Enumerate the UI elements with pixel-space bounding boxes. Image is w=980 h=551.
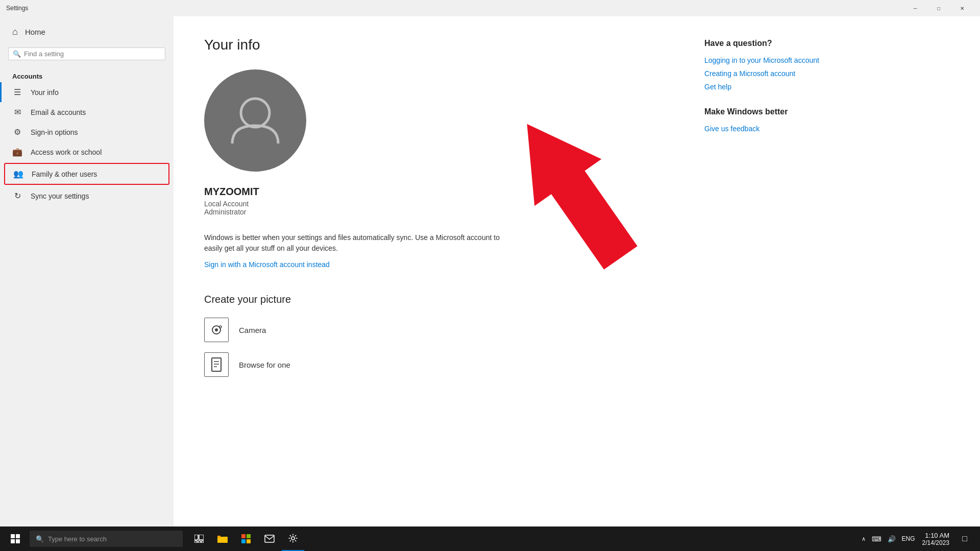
titlebar-title: Settings <box>6 5 28 12</box>
content-area: Your info MYZOOMIT Local Account Adminis… <box>174 16 980 526</box>
help-title: Have a question? <box>704 39 847 48</box>
taskbar-search-icon: 🔍 <box>36 535 44 543</box>
camera-label: Camera <box>239 326 266 334</box>
feedback-link[interactable]: Give us feedback <box>704 125 847 133</box>
sidebar-item-your-info[interactable]: ☰ Your info <box>0 82 174 102</box>
section-title: Accounts <box>0 68 174 82</box>
avatar <box>204 69 306 172</box>
sync-icon: ↻ <box>12 191 22 201</box>
taskview-button[interactable] <box>188 526 210 551</box>
user-account-role: Administrator <box>204 208 664 216</box>
svg-rect-15 <box>194 541 197 543</box>
camera-option[interactable]: Camera <box>204 318 664 342</box>
store-button[interactable] <box>235 526 257 551</box>
browse-option[interactable]: Browse for one <box>204 352 664 377</box>
sidebar-item-access-work[interactable]: 💼 Access work or school <box>0 142 174 162</box>
search-input[interactable] <box>24 50 161 58</box>
svg-rect-9 <box>11 534 15 538</box>
sidebar-item-email-accounts[interactable]: ✉ Email & accounts <box>0 102 174 122</box>
sidebar-item-sync-settings[interactable]: ↻ Sync your settings <box>0 186 174 206</box>
your-info-label: Your info <box>31 88 59 97</box>
svg-rect-17 <box>202 541 204 543</box>
content-main: Your info MYZOOMIT Local Account Adminis… <box>204 37 664 506</box>
help-link-1[interactable]: Creating a Microsoft account <box>704 69 847 78</box>
svg-rect-25 <box>265 535 274 542</box>
svg-rect-23 <box>241 539 246 543</box>
mail-button[interactable] <box>258 526 281 551</box>
keyboard-icon[interactable]: ⌨ <box>869 526 885 551</box>
date-display: 2/14/2023 <box>922 539 949 546</box>
notification-button[interactable]: □ <box>953 526 976 551</box>
sidebar-item-family-users[interactable]: 👥 Family & other users <box>4 163 169 185</box>
home-label: Home <box>25 28 45 36</box>
user-avatar-section <box>204 69 664 172</box>
svg-rect-11 <box>11 539 15 543</box>
camera-icon-box <box>204 318 229 342</box>
access-work-label: Access work or school <box>31 148 102 156</box>
home-icon: ⌂ <box>12 27 18 37</box>
volume-icon[interactable]: 🔊 <box>885 526 899 551</box>
search-icon: 🔍 <box>13 50 21 58</box>
svg-rect-22 <box>247 534 251 538</box>
sidebar-item-sign-in-options[interactable]: ⚙ Sign-in options <box>0 122 174 142</box>
help-link-2[interactable]: Get help <box>704 83 847 91</box>
page-title: Your info <box>204 37 664 53</box>
sync-settings-label: Sync your settings <box>31 192 89 200</box>
content-sidebar: Have a question? Logging in to your Micr… <box>704 37 847 506</box>
email-icon: ✉ <box>12 107 22 117</box>
user-account-type: Local Account <box>204 200 664 208</box>
access-work-icon: 💼 <box>12 147 22 157</box>
svg-rect-24 <box>247 539 251 543</box>
feedback-title: Make Windows better <box>704 107 847 116</box>
taskbar: 🔍 Type here to search <box>0 526 980 551</box>
svg-rect-12 <box>16 539 20 543</box>
sign-in-link[interactable]: Sign in with a Microsoft account instead <box>204 260 330 269</box>
sign-in-label: Sign-in options <box>31 128 78 136</box>
minimize-button[interactable]: ─ <box>903 0 927 16</box>
help-link-0[interactable]: Logging in to your Microsoft account <box>704 56 847 64</box>
taskbar-search[interactable]: 🔍 Type here to search <box>30 531 183 547</box>
taskbar-search-placeholder: Type here to search <box>48 535 107 543</box>
svg-point-1 <box>241 99 270 127</box>
start-button[interactable] <box>4 526 27 551</box>
svg-rect-14 <box>199 535 204 540</box>
user-name: MYZOOMIT <box>204 186 664 198</box>
family-users-icon: 👥 <box>13 169 23 179</box>
your-info-icon: ☰ <box>12 87 22 97</box>
titlebar: Settings ─ □ ✕ <box>0 0 980 16</box>
settings-button[interactable] <box>282 526 304 551</box>
create-picture-title: Create your picture <box>204 294 664 305</box>
svg-rect-13 <box>194 535 198 540</box>
email-accounts-label: Email & accounts <box>31 108 86 116</box>
svg-point-3 <box>215 328 218 331</box>
info-text: Windows is better when your settings and… <box>204 232 500 254</box>
svg-rect-20 <box>222 537 228 543</box>
language-indicator[interactable]: ENG <box>899 526 918 551</box>
svg-rect-19 <box>217 536 220 538</box>
svg-point-26 <box>291 537 295 540</box>
file-explorer-button[interactable] <box>211 526 234 551</box>
home-nav-item[interactable]: ⌂ Home <box>0 20 174 43</box>
clock[interactable]: 1:10 AM 2/14/2023 <box>918 526 953 551</box>
system-tray-arrow[interactable]: ∧ <box>859 526 869 551</box>
close-button[interactable]: ✕ <box>950 0 974 16</box>
family-users-label: Family & other users <box>32 170 97 178</box>
sidebar: ⌂ Home 🔍 Accounts ☰ Your info ✉ Email & … <box>0 16 174 526</box>
svg-rect-16 <box>198 541 201 543</box>
time-display: 1:10 AM <box>925 532 949 539</box>
search-box[interactable]: 🔍 <box>8 47 165 60</box>
maximize-button[interactable]: □ <box>927 0 950 16</box>
svg-rect-10 <box>16 534 20 538</box>
avatar-icon <box>227 92 283 149</box>
sign-in-icon: ⚙ <box>12 127 22 137</box>
browse-label: Browse for one <box>239 361 290 369</box>
svg-point-4 <box>219 326 222 328</box>
browse-icon-box <box>204 352 229 377</box>
svg-rect-21 <box>241 534 246 538</box>
svg-rect-5 <box>212 358 221 371</box>
